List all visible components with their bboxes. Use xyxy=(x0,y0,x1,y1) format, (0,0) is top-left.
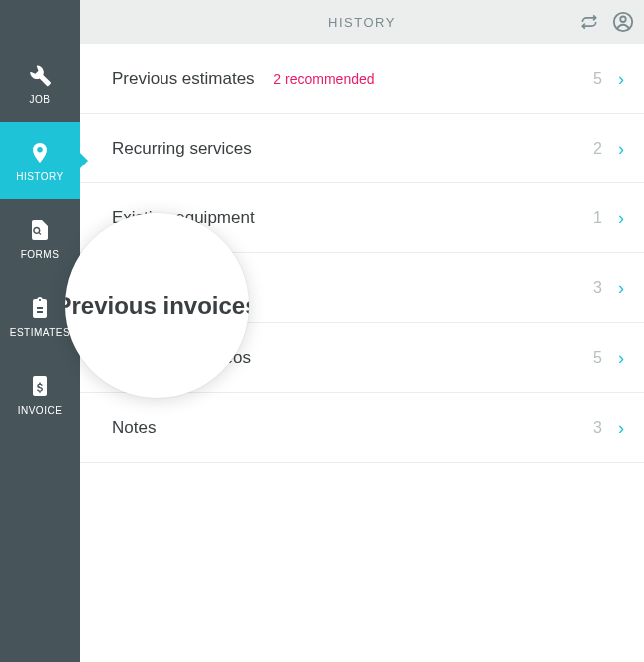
dollar-document-icon xyxy=(27,373,53,399)
svg-point-1 xyxy=(620,17,626,23)
row-label: Previous estimates 2 recommended xyxy=(112,69,593,89)
magnifier-text: Previous invoices xyxy=(65,292,249,320)
row-sublabel: 2 recommended xyxy=(273,71,374,87)
sidebar-item-label: ESTIMATES xyxy=(10,327,70,338)
row-label: Recurring services xyxy=(112,139,593,159)
sidebar-item-label: INVOICE xyxy=(18,405,63,416)
chevron-right-icon: › xyxy=(618,279,624,297)
row-previous-estimates[interactable]: Previous estimates 2 recommended 5 › xyxy=(80,44,644,114)
row-count: 2 xyxy=(593,140,602,158)
chevron-right-icon: › xyxy=(618,140,624,158)
page-title: HISTORY xyxy=(328,15,396,30)
pin-icon xyxy=(27,140,53,166)
chevron-right-icon: › xyxy=(618,70,624,88)
row-count: 5 xyxy=(593,349,602,367)
sidebar-item-history[interactable]: HISTORY xyxy=(0,122,80,199)
header: HISTORY xyxy=(80,0,644,44)
row-notes[interactable]: Notes 3 › xyxy=(80,393,644,463)
clipboard-icon xyxy=(27,295,53,321)
user-circle-icon[interactable] xyxy=(612,11,634,33)
magnifier-callout: Previous invoices xyxy=(65,213,249,398)
sidebar-item-label: FORMS xyxy=(21,249,60,260)
sidebar-item-forms[interactable]: FORMS xyxy=(0,199,80,277)
chevron-right-icon: › xyxy=(618,419,624,437)
header-actions xyxy=(578,0,634,44)
row-recurring-services[interactable]: Recurring services 2 › xyxy=(80,114,644,183)
sync-icon[interactable] xyxy=(578,11,600,33)
sidebar-item-label: HISTORY xyxy=(16,171,64,182)
chevron-right-icon: › xyxy=(618,209,624,227)
chevron-right-icon: › xyxy=(618,349,624,367)
wrench-icon xyxy=(27,62,53,88)
sidebar-item-invoice[interactable]: INVOICE xyxy=(0,355,80,433)
sidebar-item-label: JOB xyxy=(30,94,51,105)
document-search-icon xyxy=(27,217,53,243)
row-count: 3 xyxy=(593,419,602,437)
row-label: Notes xyxy=(112,418,593,438)
row-count: 5 xyxy=(593,70,602,88)
row-count: 1 xyxy=(593,209,602,227)
sidebar-item-job[interactable]: JOB xyxy=(0,44,80,122)
row-count: 3 xyxy=(593,279,602,297)
